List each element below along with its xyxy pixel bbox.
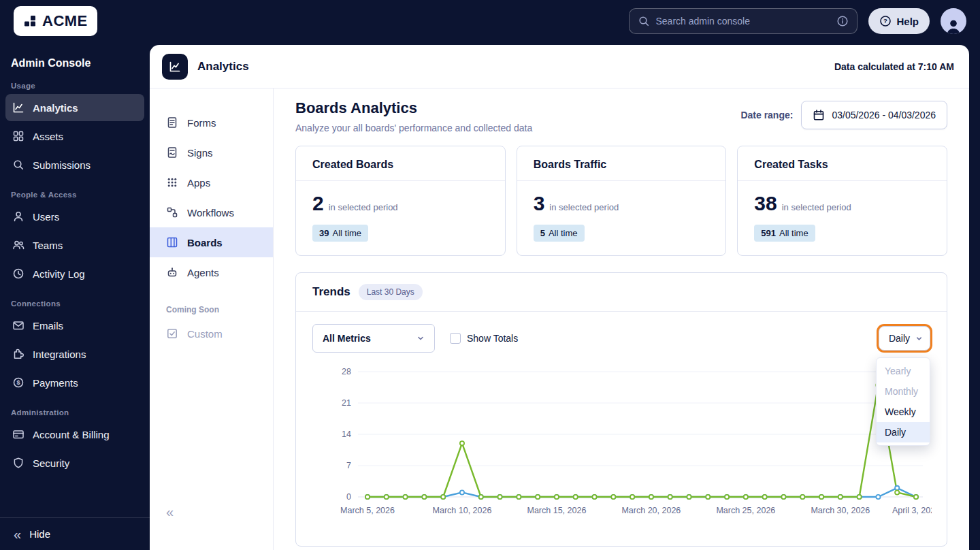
section-label-people: People & Access bbox=[11, 191, 139, 199]
info-icon[interactable] bbox=[836, 15, 849, 27]
svg-text:28: 28 bbox=[342, 367, 351, 376]
workflow-icon bbox=[166, 206, 178, 219]
boards-traffic-value: 3 bbox=[534, 192, 545, 215]
show-totals-checkbox[interactable] bbox=[450, 333, 461, 344]
date-range-label: Date range: bbox=[740, 110, 793, 120]
envelope-icon bbox=[12, 319, 24, 331]
admin-search bbox=[629, 8, 858, 34]
apps-grid-icon bbox=[166, 176, 178, 189]
acme-logo[interactable]: ACME bbox=[14, 6, 97, 36]
assets-icon bbox=[12, 130, 24, 142]
created-boards-value: 2 bbox=[312, 192, 324, 215]
boards-analytics-content: Boards Analytics Analyze your all boards… bbox=[274, 88, 969, 550]
sidebar-item-teams[interactable]: Teams bbox=[5, 231, 144, 259]
clock-history-icon bbox=[12, 268, 24, 280]
product-nav: Forms Signs Apps Workflows Boards bbox=[150, 88, 274, 550]
avatar[interactable] bbox=[941, 8, 966, 34]
analytics-header: Analytics Data calculated at 7:10 AM bbox=[150, 45, 969, 88]
user-icon bbox=[945, 18, 962, 34]
metrics-select[interactable]: All Metrics bbox=[312, 324, 435, 353]
data-calculated-label: Data calculated at 7:10 AM bbox=[834, 61, 954, 72]
svg-text:?: ? bbox=[884, 17, 888, 25]
question-icon: ? bbox=[879, 15, 892, 27]
menu-option-monthly: Monthly bbox=[877, 381, 930, 402]
checkbox-check-icon bbox=[166, 327, 178, 340]
sidebar-item-emails[interactable]: Emails bbox=[5, 312, 144, 339]
svg-text:$: $ bbox=[16, 379, 20, 386]
svg-text:March 30, 2026: March 30, 2026 bbox=[811, 506, 870, 515]
sidebar-item-integrations[interactable]: Integrations bbox=[5, 340, 144, 368]
svg-text:April 3, 2026: April 3, 2026 bbox=[892, 506, 932, 515]
coming-soon-label: Coming Soon bbox=[166, 305, 273, 314]
trends-chart: 07142128March 5, 2026March 10, 2026March… bbox=[296, 358, 947, 546]
menu-option-daily[interactable]: Daily bbox=[877, 422, 930, 442]
svg-text:March 15, 2026: March 15, 2026 bbox=[527, 506, 587, 515]
date-range-value: 03/05/2026 - 04/03/2026 bbox=[832, 110, 936, 120]
chevron-double-left-icon: « bbox=[14, 528, 21, 541]
sidebar-item-activity-log[interactable]: Activity Log bbox=[5, 260, 144, 287]
svg-text:0: 0 bbox=[346, 492, 351, 502]
svg-text:March 5, 2026: March 5, 2026 bbox=[340, 506, 395, 515]
stat-card-created-tasks: Created Tasks 38 in selected period 591A… bbox=[737, 146, 947, 256]
forms-icon bbox=[166, 116, 178, 129]
section-label-administration: Administration bbox=[11, 408, 139, 417]
product-nav-workflows[interactable]: Workflows bbox=[150, 197, 273, 227]
page-subtitle: Analyze your all boards' performance and… bbox=[295, 123, 532, 133]
product-nav-boards[interactable]: Boards bbox=[150, 227, 273, 257]
search-icon bbox=[638, 15, 650, 27]
dollar-circle-icon: $ bbox=[12, 376, 24, 389]
svg-text:7: 7 bbox=[346, 461, 351, 470]
svg-text:March 25, 2026: March 25, 2026 bbox=[716, 506, 775, 515]
search-input[interactable] bbox=[655, 16, 831, 27]
menu-option-weekly[interactable]: Weekly bbox=[877, 402, 930, 422]
date-range-picker[interactable]: 03/05/2026 - 04/03/2026 bbox=[801, 101, 947, 129]
trends-range-badge: Last 30 Days bbox=[359, 284, 423, 300]
analytics-icon bbox=[12, 101, 24, 114]
help-button[interactable]: ? Help bbox=[868, 8, 930, 34]
calendar-icon bbox=[813, 109, 825, 121]
chart-icon bbox=[162, 54, 188, 80]
collapse-product-nav-button[interactable]: « bbox=[166, 504, 174, 520]
hide-sidebar-button[interactable]: « Hide bbox=[0, 517, 150, 550]
chevron-down-icon bbox=[416, 334, 425, 342]
magnifier-icon bbox=[12, 159, 24, 171]
svg-text:14: 14 bbox=[342, 430, 351, 439]
granularity-dropdown[interactable]: Daily bbox=[879, 326, 930, 351]
alltime-badge: 39All time bbox=[312, 225, 368, 242]
sidebar-item-submissions[interactable]: Submissions bbox=[5, 151, 144, 178]
robot-icon bbox=[166, 266, 178, 278]
product-nav-apps[interactable]: Apps bbox=[150, 167, 273, 197]
people-group-icon bbox=[12, 239, 24, 251]
sidebar-title: Admin Console bbox=[0, 57, 150, 69]
kanban-board-icon bbox=[166, 236, 178, 248]
sidebar-item-payments[interactable]: $ Payments bbox=[5, 369, 144, 396]
sidebar-item-assets[interactable]: Assets bbox=[5, 123, 144, 150]
logo-text: ACME bbox=[42, 12, 88, 30]
sidebar-item-users[interactable]: Users bbox=[5, 203, 144, 230]
main-panel: Analytics Data calculated at 7:10 AM For… bbox=[150, 45, 969, 550]
chevron-down-icon bbox=[915, 335, 923, 342]
sidebar-item-analytics[interactable]: Analytics bbox=[5, 94, 144, 121]
menu-option-yearly: Yearly bbox=[877, 361, 930, 381]
show-totals-toggle[interactable]: Show Totals bbox=[450, 333, 518, 344]
product-nav-signs[interactable]: Signs bbox=[150, 138, 273, 167]
section-label-connections: Connections bbox=[11, 300, 139, 308]
admin-sidebar: Admin Console Usage Analytics Assets Sub… bbox=[0, 42, 150, 550]
sidebar-item-account-billing[interactable]: Account & Billing bbox=[5, 421, 144, 448]
product-nav-custom[interactable]: Custom bbox=[150, 319, 273, 349]
page-app-title: Analytics bbox=[197, 60, 249, 74]
svg-text:March 20, 2026: March 20, 2026 bbox=[621, 506, 681, 515]
product-nav-forms[interactable]: Forms bbox=[150, 108, 273, 138]
alltime-badge: 591All time bbox=[754, 225, 815, 242]
shield-icon bbox=[12, 457, 24, 469]
trends-card: Trends Last 30 Days All Metrics Show Tot… bbox=[295, 272, 947, 547]
user-icon bbox=[12, 210, 24, 223]
product-nav-agents[interactable]: Agents bbox=[150, 257, 273, 287]
sidebar-item-security[interactable]: Security bbox=[5, 449, 144, 476]
section-label-usage: Usage bbox=[11, 82, 139, 90]
puzzle-icon bbox=[12, 348, 24, 360]
credit-card-icon bbox=[12, 428, 24, 440]
topbar: ACME ? Help bbox=[0, 0, 980, 42]
created-tasks-value: 38 bbox=[754, 192, 777, 215]
page-title: Boards Analytics bbox=[295, 99, 532, 117]
